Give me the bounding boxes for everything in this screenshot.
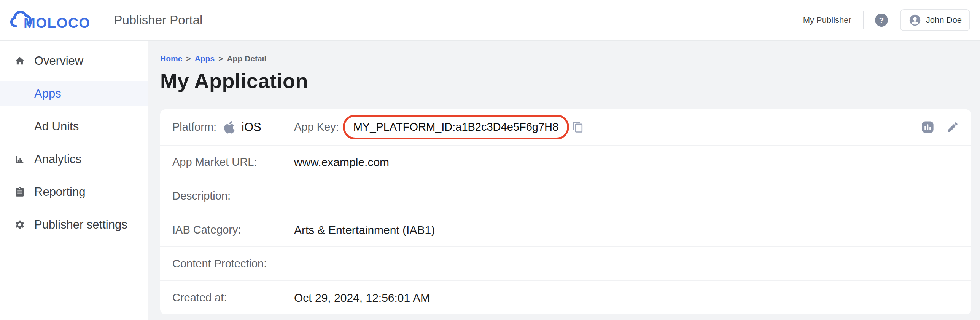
breadcrumb-separator: > xyxy=(186,54,191,63)
detail-row-iab-category: IAB Category: Arts & Entertainment (IAB1… xyxy=(160,213,971,246)
sidebar: Overview Apps Ad Units Analytics xyxy=(0,41,148,320)
sidebar-item-label: Apps xyxy=(34,87,61,101)
header-divider xyxy=(102,10,102,31)
detail-row-description: Description: xyxy=(160,179,971,213)
breadcrumb: Home > Apps > App Detail xyxy=(160,54,971,63)
platform-label: Platform: xyxy=(172,121,216,133)
moloco-logo[interactable]: MOLOCO xyxy=(10,10,90,31)
row-label: IAB Category: xyxy=(172,224,294,236)
page-title: My Application xyxy=(160,69,971,93)
help-button[interactable]: ? xyxy=(875,14,888,27)
sidebar-item-publisher-settings[interactable]: Publisher settings xyxy=(0,212,148,237)
sidebar-item-label: Analytics xyxy=(34,152,81,166)
logo-wordmark: MOLOCO xyxy=(24,16,90,31)
sidebar-item-label: Ad Units xyxy=(34,120,79,133)
home-icon xyxy=(14,56,25,66)
avatar-icon xyxy=(908,14,921,27)
detail-row-created-at: Created at: Oct 29, 2024, 12:56:01 AM xyxy=(160,280,971,314)
app-analytics-button[interactable] xyxy=(921,121,934,133)
sidebar-item-overview[interactable]: Overview xyxy=(0,48,148,74)
sidebar-item-reporting[interactable]: Reporting xyxy=(0,179,148,205)
app-detail-card: Platform: iOS App Key: MY_PLATFORM_ID:a1… xyxy=(160,109,971,314)
row-value: Oct 29, 2024, 12:56:01 AM xyxy=(294,291,430,304)
breadcrumb-current: App Detail xyxy=(227,54,266,63)
breadcrumb-separator: > xyxy=(218,54,223,63)
row-label: App Market URL: xyxy=(172,156,294,168)
header-divider xyxy=(863,11,864,29)
copy-icon xyxy=(572,121,584,133)
question-mark-icon: ? xyxy=(879,14,884,27)
pencil-icon xyxy=(947,121,959,133)
platform-value: iOS xyxy=(242,120,261,134)
header-right: My Publisher ? John Doe xyxy=(803,9,970,31)
sidebar-item-apps[interactable]: Apps xyxy=(0,81,148,106)
row-label: Created at: xyxy=(172,291,294,304)
gear-icon xyxy=(14,219,25,230)
app-key-value: MY_PLATFORM_ID:a1B2c3D4e5F6g7H8 xyxy=(353,121,558,133)
main-content: Home > Apps > App Detail My Application … xyxy=(148,41,980,320)
publisher-portal-window: MOLOCO Publisher Portal My Publisher ? J… xyxy=(0,0,980,320)
clipboard-icon xyxy=(14,187,25,197)
platform-cell: Platform: iOS xyxy=(172,120,294,134)
edit-app-button[interactable] xyxy=(947,121,959,133)
sidebar-item-label: Publisher settings xyxy=(34,218,127,232)
publisher-name[interactable]: My Publisher xyxy=(803,15,851,25)
row-value: www.example.com xyxy=(294,156,389,169)
apple-icon xyxy=(223,120,237,134)
sidebar-item-ad-units[interactable]: Ad Units xyxy=(0,114,148,139)
bar-chart-square-icon xyxy=(921,121,934,133)
app-key-label: App Key: xyxy=(294,121,339,133)
user-name: John Doe xyxy=(926,15,962,25)
row-label: Content Protection: xyxy=(172,258,294,270)
sidebar-item-label: Overview xyxy=(34,54,83,68)
user-menu-button[interactable]: John Doe xyxy=(900,9,970,31)
copy-app-key-button[interactable] xyxy=(572,121,584,133)
red-highlight-annotation: MY_PLATFORM_ID:a1B2c3D4e5F6g7H8 xyxy=(343,115,569,139)
bar-chart-icon xyxy=(14,154,25,165)
breadcrumb-apps-link[interactable]: Apps xyxy=(195,54,215,63)
row-label: Description: xyxy=(172,190,294,202)
app-header: MOLOCO Publisher Portal My Publisher ? J… xyxy=(0,0,980,41)
sidebar-item-analytics[interactable]: Analytics xyxy=(0,147,148,172)
row-value: Arts & Entertainment (IAB1) xyxy=(294,224,435,237)
portal-title: Publisher Portal xyxy=(114,13,202,27)
breadcrumb-home-link[interactable]: Home xyxy=(160,54,182,63)
detail-row-platform-appkey: Platform: iOS App Key: MY_PLATFORM_ID:a1… xyxy=(160,109,971,145)
sidebar-item-label: Reporting xyxy=(34,185,85,199)
detail-row-content-protection: Content Protection: xyxy=(160,246,971,280)
detail-row-app-market-url: App Market URL: www.example.com xyxy=(160,145,971,179)
